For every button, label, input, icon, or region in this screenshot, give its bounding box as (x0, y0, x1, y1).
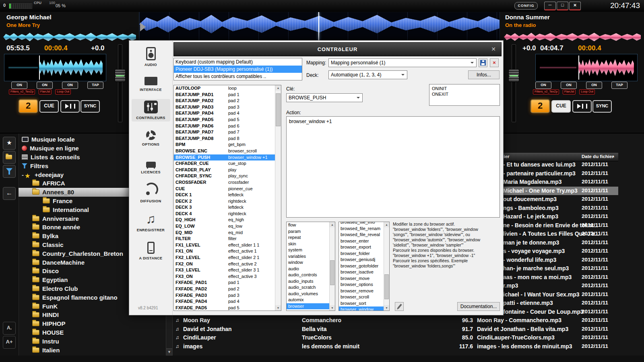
mapping-dropdown[interactable]: Mapping personnalisé (1) (328, 58, 477, 67)
key-dropdown[interactable]: BROWSE_PUSH (286, 93, 363, 102)
file-row[interactable]: David et Jonathan Bella vita 91.7 David … (172, 325, 618, 334)
maximize-button[interactable] (557, 2, 568, 10)
mapping-row[interactable]: BEATJUMP_PAD7 pad 7 (174, 129, 275, 136)
mapping-row[interactable]: FXFADE_PAD1 pad 1 (174, 280, 275, 286)
minimize-button[interactable] (544, 2, 556, 10)
category-row[interactable]: param (287, 228, 330, 235)
config-button[interactable]: CONFIG (514, 2, 538, 10)
command-row[interactable]: browsed_file_reveal (339, 232, 384, 238)
settings-sidebar-item[interactable]: DIFFUSION (132, 181, 170, 205)
category-row[interactable]: window (287, 259, 330, 266)
command-row[interactable]: browser_isactive (339, 269, 384, 276)
mapping-row[interactable]: BEATJUMP_PAD5 pad 5 (174, 117, 275, 123)
mapping-row[interactable]: FX2_ON effect_active 2 (174, 261, 275, 267)
deck-left-pad-button[interactable]: TAP (87, 82, 103, 89)
scroll-up-icon[interactable] (275, 85, 281, 90)
command-row[interactable]: browsed_file_info (339, 222, 384, 226)
mapping-row[interactable]: FILTER filter (174, 236, 275, 242)
category-row[interactable]: repeat (287, 234, 330, 241)
category-row[interactable]: audio_inputs (287, 278, 330, 285)
category-row[interactable]: audio_controls (287, 272, 330, 278)
deck-right-sync-button[interactable]: SYNC (592, 100, 612, 113)
deck-right-pitch-fader-handle[interactable] (508, 69, 519, 82)
file-date-column-header[interactable]: Date du fichier (582, 154, 614, 159)
scroll-down-icon[interactable] (275, 305, 281, 311)
font-larger-button[interactable]: A+ (3, 336, 16, 349)
mapping-row[interactable]: DECK 3 leftdeck (174, 204, 275, 211)
mapping-row[interactable]: FXFADE_PAD5 pad 5 (174, 305, 275, 311)
deck-right-pad-button[interactable]: ON (586, 82, 602, 89)
rhythm-window[interactable] (139, 12, 500, 41)
mapping-row[interactable]: EQ_HIGH eq_high (174, 217, 275, 223)
tree-item[interactable]: Italien (19, 346, 166, 354)
mapping-row[interactable]: EQ_LOW eq_low (174, 223, 275, 230)
mapping-row[interactable]: BROWSE_PUSH browser_window +1 (174, 154, 275, 161)
category-row[interactable]: automix (287, 297, 330, 303)
scroll-down-icon[interactable] (330, 305, 335, 311)
category-row[interactable]: variables (287, 253, 330, 260)
deck-right-pitch-fader-track[interactable] (512, 44, 516, 122)
settings-sidebar-item[interactable]: AUDIO (132, 45, 170, 68)
category-row[interactable]: audio (287, 266, 330, 272)
command-row[interactable]: browser_enter (339, 238, 384, 245)
command-row[interactable]: browser_remove (339, 288, 384, 294)
close-button[interactable] (569, 2, 581, 10)
tree-item[interactable]: Instru (19, 337, 166, 346)
mapping-row[interactable]: DECK 1 leftdeck (174, 192, 275, 198)
category-row[interactable]: config (287, 309, 330, 311)
mapping-row[interactable]: FX2_LEVEL effect_slider 2 1 (174, 255, 275, 261)
mapping-row[interactable]: FXFADE_PAD4 pad 4 (174, 298, 275, 305)
command-row[interactable]: browser_window (339, 306, 384, 311)
deck-right-effect-slot[interactable]: Filters_v2_TexZp (533, 89, 559, 95)
back-button[interactable] (3, 187, 16, 200)
mapping-row[interactable]: BEATJUMP_PAD6 pad 6 (174, 123, 275, 130)
settings-sidebar-item[interactable]: LICENCES (132, 154, 170, 176)
file-row[interactable]: Moon Ray Commanchero 96.3 Moon Ray - Com… (172, 316, 618, 325)
controller-row[interactable]: Keyboard (custom mapping Default) (174, 58, 302, 66)
deck-left-sync-button[interactable]: SYNC (80, 100, 100, 113)
category-row[interactable]: system (287, 247, 330, 253)
file-row[interactable]: CindiLauper TrueColors 85.0 CindiLauper-… (172, 333, 618, 342)
deck-right-overview-waveform[interactable] (504, 32, 641, 42)
deck-left-pad-button[interactable]: ON (62, 82, 78, 89)
deck-right-number-button[interactable]: 2 (530, 99, 550, 113)
scrollbar-thumb[interactable] (330, 260, 334, 285)
documentation-button[interactable]: Documentation... (457, 302, 500, 311)
mapping-row[interactable]: FX3_LEVEL effect_slider 3 1 (174, 267, 275, 274)
mapping-row[interactable]: DECK 4 rightdeck (174, 211, 275, 217)
mapping-row[interactable]: BEATJUMP_PAD2 pad 2 (174, 98, 275, 104)
mapping-row[interactable]: CROSSFADER crossfader (174, 179, 275, 186)
deck-left-effect-slot[interactable]: Loop Out (55, 89, 71, 95)
category-scrollbar[interactable] (329, 222, 335, 311)
command-scrollbar[interactable] (384, 222, 389, 311)
command-row[interactable]: browser_export (339, 244, 384, 251)
scroll-up-icon[interactable] (330, 222, 335, 227)
category-row[interactable]: skin (287, 241, 330, 247)
command-row[interactable]: browser_scroll (339, 294, 384, 300)
controller-row[interactable]: Afficher tous les contrôleurs compatible… (174, 73, 302, 80)
mapping-row[interactable]: FXFADE_PAD2 pad 2 (174, 286, 275, 292)
mapping-row[interactable]: CHFADER_CUE cue_stop (174, 160, 275, 167)
tree-item[interactable]: HIPHOP (19, 319, 166, 328)
dialog-close-icon[interactable]: ✕ (491, 43, 496, 56)
scroll-up-icon[interactable] (384, 222, 389, 227)
deck-left-overview-waveform[interactable] (3, 32, 136, 42)
mapping-row[interactable]: DECK 2 rightdeck (174, 198, 275, 205)
font-smaller-button[interactable]: A. (3, 322, 16, 335)
mapping-row[interactable]: FX1_LEVEL effect_slider 1 1 (174, 242, 275, 249)
mapping-row[interactable]: FX1_ON effect_active 1 (174, 248, 275, 255)
infos-button[interactable]: Infos... (468, 70, 500, 79)
deck-left-effect-slot[interactable]: FlanJst (39, 89, 52, 95)
tree-item[interactable]: HOUSE (19, 328, 166, 337)
deck-right-pad-button[interactable]: ON (535, 82, 551, 89)
deck-right-pad-button[interactable]: TAP (611, 82, 627, 89)
deck-right-scratch-wave[interactable] (535, 54, 638, 81)
category-row[interactable]: flow (287, 222, 330, 228)
mapping-row[interactable]: BROWSE_ENC browser_scroll (174, 148, 275, 154)
deck-left-pad-button[interactable]: ON (11, 82, 27, 89)
mapping-row[interactable]: CUE pioneer_cue (174, 186, 275, 192)
controller-row[interactable]: Pioneer DDJ-SB3 (Mapping personnalisé (1… (174, 66, 302, 73)
command-row[interactable]: browser_folder (339, 251, 384, 257)
scroll-down-icon[interactable] (166, 348, 172, 355)
category-row[interactable]: audio_scratch (287, 284, 330, 291)
